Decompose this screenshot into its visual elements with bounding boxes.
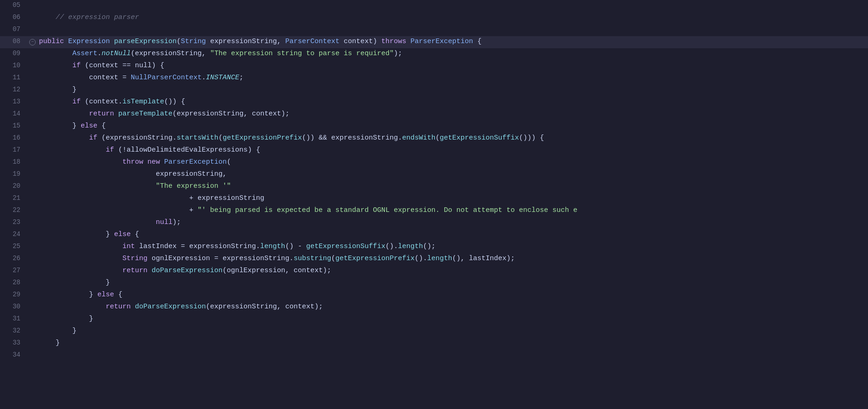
line-content-31: }: [37, 313, 868, 325]
code-line-06: 06 // expression parser: [0, 12, 868, 24]
line-num-05: 05: [0, 0, 28, 10]
code-line-34: 34: [0, 350, 868, 362]
line-content-06: // expression parser: [37, 12, 868, 23]
line-num-07: 07: [0, 24, 28, 34]
line-num-08: 08: [0, 36, 28, 46]
code-line-29: 29 } else {: [0, 289, 868, 301]
code-line-26: 26 String ognlExpression = expressionStr…: [0, 253, 868, 265]
line-content-20: "The expression '": [37, 181, 868, 192]
code-line-23: 23 null);: [0, 217, 868, 229]
gutter-08[interactable]: −: [28, 39, 37, 45]
line-num-16: 16: [0, 133, 28, 143]
line-content-18: throw new ParserException(: [37, 157, 868, 168]
code-line-07: 07: [0, 24, 868, 36]
line-content-27: return doParseExpression(ognlExpression,…: [37, 265, 868, 276]
code-line-17: 17 if (!allowDelimitedEvalExpressions) {: [0, 145, 868, 157]
code-line-10: 10 if (context == null) {: [0, 60, 868, 72]
line-num-10: 10: [0, 60, 28, 70]
code-line-33: 33 }: [0, 338, 868, 350]
code-line-13: 13 if (context.isTemplate()) {: [0, 96, 868, 109]
code-line-30: 30 return doParseExpression(expressionSt…: [0, 301, 868, 313]
line-num-33: 33: [0, 338, 28, 348]
line-content-17: if (!allowDelimitedEvalExpressions) {: [37, 145, 868, 156]
line-content-15: } else {: [37, 121, 868, 132]
line-num-20: 20: [0, 181, 28, 191]
line-content-08: public Expression parseExpression(String…: [37, 36, 868, 47]
line-num-15: 15: [0, 121, 28, 131]
line-content-21: + expressionString: [37, 193, 868, 204]
line-content-12: }: [37, 84, 868, 96]
code-line-27: 27 return doParseExpression(ognlExpressi…: [0, 265, 868, 277]
line-content-28: }: [37, 277, 868, 288]
line-num-13: 13: [0, 96, 28, 107]
line-num-25: 25: [0, 241, 28, 251]
line-content-14: return parseTemplate(expressionString, c…: [37, 109, 868, 120]
code-line-21: 21 + expressionString: [0, 193, 868, 205]
line-num-09: 09: [0, 48, 28, 58]
line-num-17: 17: [0, 145, 28, 155]
line-content-30: return doParseExpression(expressionStrin…: [37, 301, 868, 313]
line-content-13: if (context.isTemplate()) {: [37, 96, 868, 108]
line-num-29: 29: [0, 289, 28, 300]
code-line-15: 15 } else {: [0, 121, 868, 133]
code-line-20: 20 "The expression '": [0, 181, 868, 193]
line-content-25: int lastIndex = expressionString.length(…: [37, 241, 868, 252]
code-line-24: 24 } else {: [0, 229, 868, 241]
line-num-19: 19: [0, 169, 28, 179]
collapse-icon[interactable]: −: [29, 39, 36, 45]
line-content-23: null);: [37, 217, 868, 228]
line-num-18: 18: [0, 157, 28, 167]
line-num-30: 30: [0, 301, 28, 312]
code-line-14: 14 return parseTemplate(expressionString…: [0, 109, 868, 121]
line-num-11: 11: [0, 72, 28, 83]
line-content-26: String ognlExpression = expressionString…: [37, 253, 868, 264]
code-line-28: 28 }: [0, 277, 868, 289]
line-content-09: Assert.notNull(expressionString, "The ex…: [37, 48, 868, 59]
line-content-10: if (context == null) {: [37, 60, 868, 71]
code-line-11: 11 context = NullParserContext.INSTANCE;: [0, 72, 868, 84]
line-num-21: 21: [0, 193, 28, 203]
line-content-16: if (expressionString.startsWith(getExpre…: [37, 133, 868, 144]
line-num-22: 22: [0, 205, 28, 215]
line-num-28: 28: [0, 277, 28, 288]
line-content-33: }: [37, 338, 868, 349]
line-num-26: 26: [0, 253, 28, 263]
line-num-34: 34: [0, 350, 28, 360]
code-line-22: 22 + "' being parsed is expected be a st…: [0, 205, 868, 217]
code-line-05: 05: [0, 0, 868, 12]
line-content-29: } else {: [37, 289, 868, 300]
line-content-19: expressionString,: [37, 169, 868, 180]
code-line-08: 08 − public Expression parseExpression(S…: [0, 36, 868, 48]
line-content-11: context = NullParserContext.INSTANCE;: [37, 72, 868, 83]
code-line-12: 12 }: [0, 84, 868, 96]
line-num-14: 14: [0, 109, 28, 119]
line-num-06: 06: [0, 12, 28, 22]
line-num-12: 12: [0, 84, 28, 95]
code-line-16: 16 if (expressionString.startsWith(getEx…: [0, 133, 868, 145]
line-content-22: + "' being parsed is expected be a stand…: [37, 205, 868, 216]
code-line-32: 32 }: [0, 326, 868, 338]
line-num-23: 23: [0, 217, 28, 227]
code-line-09: 09 Assert.notNull(expressionString, "The…: [0, 48, 868, 60]
code-editor: 05 06 // expression parser 07 08 − publi…: [0, 0, 868, 409]
line-content-24: } else {: [37, 229, 868, 240]
line-num-32: 32: [0, 326, 28, 336]
code-line-18: 18 throw new ParserException(: [0, 157, 868, 169]
code-line-25: 25 int lastIndex = expressionString.leng…: [0, 241, 868, 253]
line-num-24: 24: [0, 229, 28, 239]
line-content-32: }: [37, 326, 868, 337]
line-num-27: 27: [0, 265, 28, 275]
code-line-31: 31 }: [0, 313, 868, 326]
code-line-19: 19 expressionString,: [0, 169, 868, 181]
line-num-31: 31: [0, 313, 28, 324]
